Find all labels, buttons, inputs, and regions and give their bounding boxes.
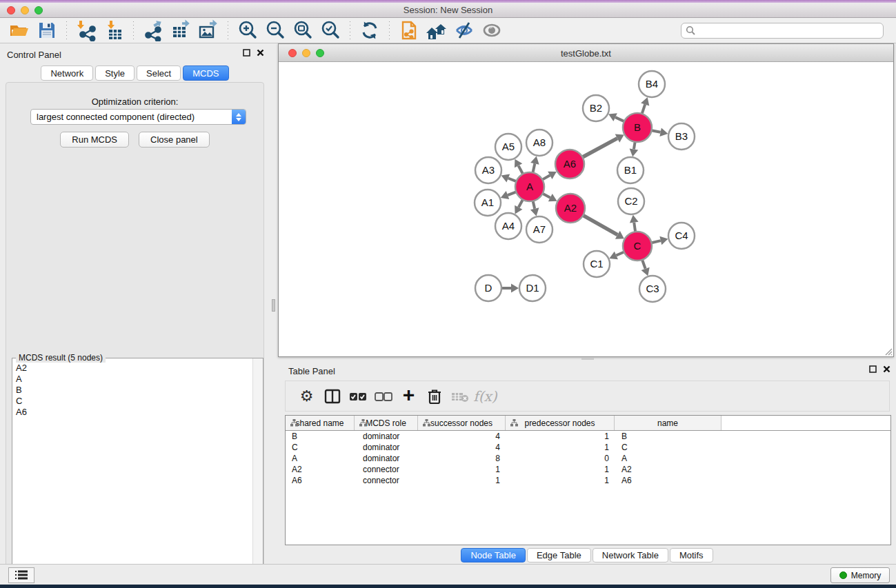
- graph-edge-B-B3[interactable]: [652, 130, 661, 132]
- zoom-in-icon[interactable]: [234, 19, 261, 42]
- graph-node-A[interactable]: A: [515, 172, 544, 201]
- table-row[interactable]: A2connector11A2: [286, 464, 890, 475]
- result-scrollbar[interactable]: [252, 358, 263, 587]
- graph-edge-A-A8[interactable]: [532, 163, 535, 172]
- column-header-mcds-role[interactable]: MCDS role: [355, 416, 418, 430]
- export-network-icon[interactable]: [139, 19, 167, 42]
- graph-edge-B-B2[interactable]: [615, 117, 624, 121]
- graph-node-C1[interactable]: C1: [584, 251, 610, 277]
- open-session-icon[interactable]: [6, 19, 33, 42]
- graph-node-A5[interactable]: A5: [495, 134, 521, 160]
- table-row[interactable]: Bdominator41B: [286, 431, 890, 442]
- graph-node-A4[interactable]: A4: [495, 213, 521, 239]
- network-canvas[interactable]: AA1A2A3A4A5A6A7A8BB1B2B3B4CC1C2C3C4DD1: [279, 62, 893, 356]
- network-window-titlebar[interactable]: testGlobe.txt: [279, 44, 893, 62]
- graph-edge-C-C4[interactable]: [651, 241, 660, 243]
- close-panel-button[interactable]: Close panel: [139, 132, 210, 148]
- graph-node-B[interactable]: B: [623, 113, 652, 142]
- table-row[interactable]: A6connector11A6: [286, 475, 890, 486]
- memory-button[interactable]: Memory: [830, 567, 890, 583]
- mcds-result-list[interactable]: A2ABCA6: [13, 363, 252, 586]
- close-panel-icon[interactable]: [257, 49, 264, 57]
- select-all-columns-icon[interactable]: [345, 384, 370, 409]
- graph-node-C[interactable]: C: [623, 232, 652, 261]
- tab-network-table[interactable]: Network Table: [593, 548, 668, 562]
- run-mcds-button[interactable]: Run MCDS: [60, 132, 129, 148]
- tab-edge-table[interactable]: Edge Table: [527, 548, 591, 562]
- graph-edge-A-A5[interactable]: [519, 165, 523, 174]
- refresh-layout-icon[interactable]: [356, 19, 384, 42]
- graph-node-B1[interactable]: B1: [617, 157, 644, 183]
- column-header-predecessor-nodes[interactable]: predecessor nodes: [506, 416, 615, 430]
- graph-edge-A-A4[interactable]: [519, 199, 523, 207]
- toggle-columns-icon[interactable]: [319, 384, 345, 409]
- delete-table-icon[interactable]: [447, 384, 472, 409]
- export-image-icon[interactable]: [195, 19, 222, 42]
- graph-node-C3[interactable]: C3: [639, 276, 666, 302]
- resize-grip-icon[interactable]: [883, 346, 893, 356]
- graph-edge-C-C2[interactable]: [634, 223, 635, 232]
- optimization-select[interactable]: largest connected component (directed): [30, 109, 246, 125]
- home-views-icon[interactable]: [423, 19, 450, 42]
- zoom-selected-icon[interactable]: [317, 19, 344, 42]
- tab-select[interactable]: Select: [137, 65, 181, 81]
- result-item[interactable]: A6: [16, 407, 252, 418]
- result-item[interactable]: C: [16, 396, 252, 407]
- result-item[interactable]: B: [16, 385, 252, 396]
- graph-edge-A-A3[interactable]: [508, 179, 517, 182]
- import-network-icon[interactable]: [72, 19, 100, 42]
- graph-edge-C-C1[interactable]: [616, 252, 624, 255]
- graph-node-A6[interactable]: A6: [555, 150, 584, 179]
- search-field[interactable]: [681, 23, 884, 39]
- float-panel-icon[interactable]: [869, 365, 877, 373]
- column-header-successor-nodes[interactable]: successor nodes: [418, 416, 506, 430]
- new-network-doc-icon[interactable]: [395, 19, 423, 42]
- apply-function-icon[interactable]: f(x): [472, 384, 498, 409]
- graph-edge-A2-C[interactable]: [583, 215, 617, 234]
- graph-node-A3[interactable]: A3: [475, 157, 501, 183]
- float-panel-icon[interactable]: [243, 49, 250, 57]
- graph-node-B2[interactable]: B2: [583, 95, 609, 121]
- tab-style[interactable]: Style: [95, 65, 135, 81]
- graph-edge-B-B4[interactable]: [642, 104, 646, 114]
- graph-edge-B-B1[interactable]: [634, 142, 635, 150]
- graph-node-C2[interactable]: C2: [618, 188, 644, 214]
- result-item[interactable]: A2: [16, 363, 252, 374]
- tab-node-table[interactable]: Node Table: [461, 548, 526, 562]
- graph-edge-A-A2[interactable]: [543, 194, 550, 198]
- hide-details-icon[interactable]: [450, 19, 478, 42]
- graph-node-B4[interactable]: B4: [639, 71, 665, 97]
- column-header-shared-name[interactable]: shared name: [286, 416, 355, 430]
- graph-node-A2[interactable]: A2: [556, 194, 585, 223]
- export-table-icon[interactable]: [167, 19, 195, 42]
- tab-mcds[interactable]: MCDS: [183, 65, 228, 81]
- panel-divider-handle[interactable]: [272, 299, 275, 312]
- tab-network[interactable]: Network: [41, 65, 93, 81]
- graph-node-C4[interactable]: C4: [668, 223, 695, 249]
- graph-node-A7[interactable]: A7: [526, 216, 552, 243]
- table-row[interactable]: Adominator80A: [286, 453, 890, 464]
- graph-edge-C-C3[interactable]: [642, 260, 646, 269]
- graph-node-D1[interactable]: D1: [519, 275, 546, 301]
- column-settings-icon[interactable]: ⚙: [294, 384, 319, 409]
- graph-node-B3[interactable]: B3: [668, 123, 695, 150]
- import-table-icon[interactable]: [100, 19, 128, 42]
- tab-motifs[interactable]: Motifs: [670, 548, 713, 562]
- zoom-out-icon[interactable]: [261, 19, 289, 42]
- graph-edge-A-A1[interactable]: [508, 192, 516, 195]
- graph-node-A1[interactable]: A1: [475, 190, 501, 216]
- save-session-icon[interactable]: [33, 19, 61, 42]
- panel-chooser-button[interactable]: [8, 567, 34, 583]
- graph-edge-A-A6[interactable]: [542, 175, 550, 179]
- column-header-name[interactable]: name: [615, 416, 721, 430]
- search-input[interactable]: [699, 26, 879, 35]
- birdseye-view-icon[interactable]: [478, 19, 506, 42]
- graph-node-A8[interactable]: A8: [526, 130, 552, 156]
- result-item[interactable]: A: [16, 374, 252, 385]
- deselect-all-columns-icon[interactable]: [370, 384, 396, 409]
- graph-edge-A-A7[interactable]: [533, 201, 535, 208]
- graph-edge-A6-B[interactable]: [582, 139, 617, 157]
- add-column-icon[interactable]: +: [396, 384, 421, 409]
- close-panel-icon[interactable]: [883, 365, 890, 373]
- zoom-fit-icon[interactable]: [289, 19, 317, 42]
